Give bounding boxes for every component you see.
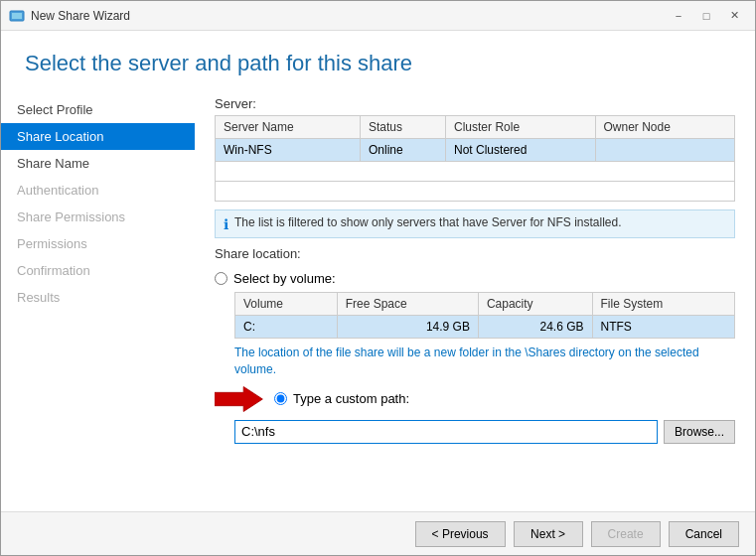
file-system-cell: NTFS xyxy=(592,316,734,339)
window-controls: − □ ✕ xyxy=(666,6,747,26)
custom-path-radio[interactable] xyxy=(274,392,287,405)
col-cluster-role: Cluster Role xyxy=(446,116,595,139)
capacity-cell: 24.6 GB xyxy=(478,316,592,339)
volume-cell: C: xyxy=(235,316,338,339)
col-free-space: Free Space xyxy=(337,293,478,316)
sidebar-item-authentication: Authentication xyxy=(1,177,195,204)
server-name-cell: Win-NFS xyxy=(216,139,361,162)
next-button[interactable]: Next > xyxy=(514,521,583,547)
col-file-system: File System xyxy=(592,293,734,316)
arrow-row: Type a custom path: xyxy=(215,384,735,414)
server-row[interactable]: Win-NFS Online Not Clustered xyxy=(216,139,735,162)
page-title: Select the server and path for this shar… xyxy=(25,51,731,76)
window-icon xyxy=(9,8,25,24)
sidebar: Select Profile Share Location Share Name… xyxy=(1,88,195,511)
share-location-section: Share location: Select by volume: Volume… xyxy=(215,246,735,444)
info-bar: ℹ The list is filtered to show only serv… xyxy=(215,209,735,238)
col-capacity: Capacity xyxy=(478,293,592,316)
server-section: Server: Server Name Status Cluster Role … xyxy=(215,96,735,202)
sidebar-item-share-name[interactable]: Share Name xyxy=(1,150,195,177)
server-cluster-role-cell: Not Clustered xyxy=(446,139,595,162)
select-by-volume-radio[interactable] xyxy=(215,272,227,285)
server-table: Server Name Status Cluster Role Owner No… xyxy=(215,115,735,202)
window-title: New Share Wizard xyxy=(31,9,666,23)
title-bar: New Share Wizard − □ ✕ xyxy=(1,1,755,31)
svg-marker-2 xyxy=(215,386,262,411)
select-by-volume-option[interactable]: Select by volume: xyxy=(215,271,735,286)
main-body: Select Profile Share Location Share Name… xyxy=(1,88,755,511)
custom-path-option[interactable]: Type a custom path: xyxy=(274,391,409,406)
server-label: Server: xyxy=(215,96,735,111)
sidebar-item-confirmation: Confirmation xyxy=(1,257,195,284)
info-icon: ℹ xyxy=(224,216,228,232)
close-button[interactable]: ✕ xyxy=(721,6,747,26)
page-header: Select the server and path for this shar… xyxy=(1,31,755,88)
path-input-row: Browse... xyxy=(234,420,735,444)
previous-button[interactable]: < Previous xyxy=(415,521,506,547)
volume-row[interactable]: C: 14.9 GB 24.6 GB NTFS xyxy=(235,316,735,339)
col-server-name: Server Name xyxy=(216,116,361,139)
server-owner-node-cell xyxy=(595,139,735,162)
server-empty-row-1 xyxy=(216,162,735,182)
content-area: Select the server and path for this shar… xyxy=(1,31,755,555)
custom-path-input[interactable] xyxy=(234,420,658,444)
restore-button[interactable]: □ xyxy=(693,6,719,26)
create-button: Create xyxy=(591,521,661,547)
server-empty-row-2 xyxy=(216,182,735,202)
volume-table: Volume Free Space Capacity File System C… xyxy=(234,292,735,339)
sidebar-item-select-profile[interactable]: Select Profile xyxy=(1,96,195,123)
red-arrow-icon xyxy=(215,384,264,414)
col-owner-node: Owner Node xyxy=(595,116,735,139)
sidebar-item-results: Results xyxy=(1,284,195,311)
col-status: Status xyxy=(360,116,445,139)
share-location-label: Share location: xyxy=(215,246,735,261)
free-space-cell: 14.9 GB xyxy=(337,316,478,339)
server-status-cell: Online xyxy=(360,139,445,162)
sidebar-item-share-location[interactable]: Share Location xyxy=(1,123,195,150)
custom-path-label: Type a custom path: xyxy=(293,391,409,406)
cancel-button[interactable]: Cancel xyxy=(669,521,739,547)
svg-rect-1 xyxy=(12,13,22,19)
col-volume: Volume xyxy=(235,293,338,316)
sidebar-item-share-permissions: Share Permissions xyxy=(1,204,195,230)
window: New Share Wizard − □ ✕ Select the server… xyxy=(0,0,756,556)
browse-button[interactable]: Browse... xyxy=(664,420,735,444)
folder-note: The location of the file share will be a… xyxy=(234,345,735,378)
right-panel: Server: Server Name Status Cluster Role … xyxy=(195,88,755,511)
select-by-volume-label: Select by volume: xyxy=(233,271,336,286)
footer: < Previous Next > Create Cancel xyxy=(1,511,755,555)
minimize-button[interactable]: − xyxy=(666,6,691,26)
sidebar-item-permissions: Permissions xyxy=(1,230,195,257)
info-text: The list is filtered to show only server… xyxy=(234,215,622,229)
